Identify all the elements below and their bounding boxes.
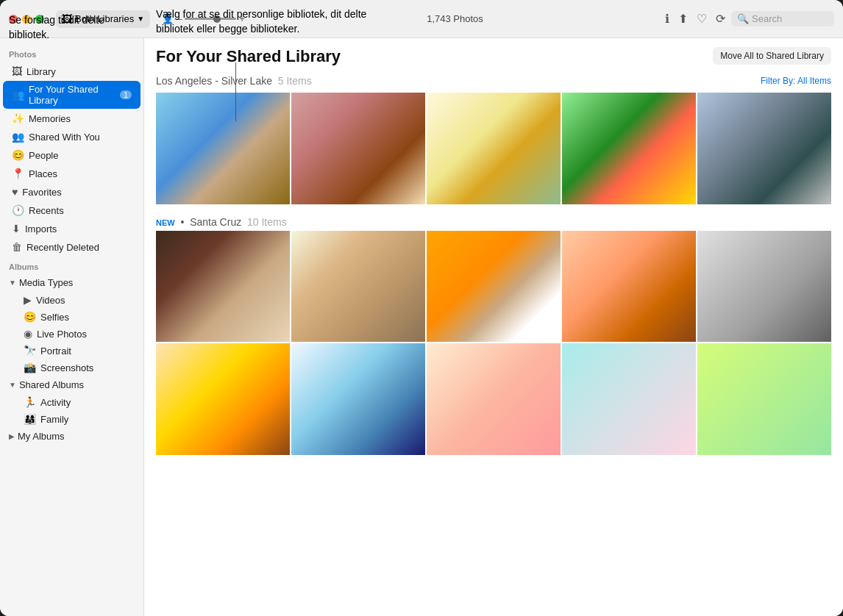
sidebar-item-imports[interactable]: ⬇ Imports — [3, 220, 140, 237]
sidebar-item-favorites[interactable]: ♥ Favorites — [3, 183, 140, 201]
sidebar-item-memories-label: Memories — [29, 113, 71, 124]
photo-cell[interactable] — [427, 231, 561, 343]
traffic-lights — [9, 15, 44, 24]
favorites-icon: ♥ — [12, 186, 18, 198]
search-box[interactable]: 🔍 Search — [731, 11, 834, 26]
photo-grid-section1 — [144, 90, 843, 204]
sidebar-item-activity[interactable]: 🏃 Activity — [3, 394, 140, 410]
albums-section-label: Albums — [0, 257, 143, 274]
library-icon: 🖼 — [12, 65, 22, 77]
photo-cell[interactable] — [156, 93, 290, 204]
chevron-down-icon: ▼ — [9, 279, 16, 287]
sidebar-item-recents-label: Recents — [29, 205, 64, 216]
sidebar-item-places[interactable]: 📍 Places — [3, 165, 140, 182]
sidebar-item-people[interactable]: 😊 People — [3, 146, 140, 164]
heart-icon[interactable]: ♡ — [697, 12, 707, 26]
app-window: 🖼 Both Libraries ▼ 👤 – + 1,743 Photos ℹ … — [0, 0, 843, 616]
move-all-button[interactable]: Move All to Shared Library — [713, 47, 831, 65]
photo-grid-section2-row1 — [144, 231, 843, 343]
content-header: For Your Shared Library Move All to Shar… — [144, 38, 843, 69]
photo-cell[interactable] — [291, 343, 425, 455]
places-icon: 📍 — [12, 168, 24, 179]
photo-cell[interactable] — [156, 343, 290, 455]
section2-header: NEW • Santa Cruz 10 Items — [144, 210, 843, 231]
my-albums-toggle[interactable]: ▶ My Albums — [0, 428, 143, 445]
zoom-minus[interactable]: – — [177, 13, 182, 24]
toolbar-icons: ℹ ⬆ ♡ ⟳ — [665, 12, 725, 26]
sidebar-item-selfies[interactable]: 😊 Selfies — [3, 309, 140, 325]
photo-cell[interactable] — [291, 93, 425, 204]
sidebar-item-recently-deleted-label: Recently Deleted — [26, 242, 99, 253]
screenshots-icon: 📸 — [24, 362, 36, 373]
sidebar-item-recents[interactable]: 🕐 Recents — [3, 201, 140, 219]
content-title: For Your Shared Library — [156, 47, 341, 66]
photo-cell[interactable] — [697, 93, 831, 204]
close-button[interactable] — [9, 15, 18, 24]
filter-by-button[interactable]: Filter By: All Items — [761, 76, 831, 86]
family-icon: 👨‍👩‍👧 — [24, 413, 36, 425]
media-types-label: Media Types — [19, 277, 73, 288]
sidebar-item-selfies-label: Selfies — [40, 312, 69, 323]
shared-albums-toggle[interactable]: ▼ Shared Albums — [0, 376, 143, 393]
library-selector-label: Both Libraries — [75, 13, 134, 24]
photos-section-label: Photos — [0, 44, 143, 62]
sidebar-item-portrait[interactable]: 🔭 Portrait — [3, 343, 140, 359]
videos-icon: ▶ — [24, 294, 32, 306]
sidebar-item-screenshots[interactable]: 📸 Screenshots — [3, 359, 140, 376]
library-icon: 🖼 — [62, 13, 72, 25]
sidebar-item-screenshots-label: Screenshots — [40, 362, 93, 373]
sidebar-item-videos[interactable]: ▶ Videos — [3, 292, 140, 308]
photo-cell[interactable] — [427, 343, 561, 455]
people-icon: 😊 — [12, 149, 24, 161]
photo-cell[interactable] — [156, 231, 290, 343]
trash-icon: 🗑 — [12, 241, 22, 253]
photo-grid-section2-row2 — [144, 343, 843, 461]
rotate-icon[interactable]: ⟳ — [716, 12, 725, 26]
zoom-person-icon: 👤 — [162, 13, 174, 24]
sidebar-item-family-label: Family — [40, 414, 68, 425]
main-layout: Photos 🖼 Library 👥 For Your Shared Libra… — [0, 38, 843, 616]
activity-icon: 🏃 — [24, 396, 36, 408]
share-icon[interactable]: ⬆ — [678, 12, 688, 26]
chevron-down-icon: ▼ — [9, 381, 16, 389]
sidebar-item-for-shared-library[interactable]: 👥 For Your Shared Library 1 — [3, 81, 140, 109]
photo-cell[interactable] — [697, 343, 831, 455]
minimize-button[interactable] — [22, 15, 31, 24]
sidebar-item-shared-label: For Your Shared Library — [29, 84, 115, 106]
sidebar-item-memories[interactable]: ✨ Memories — [3, 110, 140, 127]
imports-icon: ⬇ — [12, 223, 21, 234]
sidebar-item-recently-deleted[interactable]: 🗑 Recently Deleted — [3, 238, 140, 256]
zoom-controls: 👤 – + — [162, 13, 245, 24]
sidebar-item-live-photos[interactable]: ◉ Live Photos — [3, 326, 140, 342]
media-types-toggle[interactable]: ▼ Media Types — [0, 274, 143, 291]
photo-cell[interactable] — [427, 93, 561, 204]
photo-cell[interactable] — [562, 93, 696, 204]
fullscreen-button[interactable] — [35, 15, 44, 24]
content-area: For Your Shared Library Move All to Shar… — [144, 38, 843, 616]
photo-cell[interactable] — [697, 231, 831, 343]
shared-library-icon: 👥 — [12, 89, 24, 101]
photo-cell[interactable] — [562, 343, 696, 455]
sidebar-item-favorites-label: Favorites — [22, 187, 61, 198]
sidebar-item-shared-with-you-label: Shared With You — [29, 132, 100, 143]
section2-location: NEW • Santa Cruz 10 Items — [156, 216, 287, 228]
sidebar-item-library[interactable]: 🖼 Library — [3, 62, 140, 80]
shared-with-you-icon: 👥 — [12, 131, 24, 143]
photo-cell[interactable] — [562, 231, 696, 343]
chevron-down-icon: ▼ — [137, 15, 144, 23]
sidebar-item-family[interactable]: 👨‍👩‍👧 Family — [3, 411, 140, 427]
shared-badge: 1 — [120, 90, 132, 99]
info-icon[interactable]: ℹ — [665, 12, 669, 26]
photo-count: 1,743 Photos — [251, 13, 659, 24]
memories-icon: ✨ — [12, 112, 24, 124]
sidebar-item-videos-label: Videos — [36, 295, 65, 306]
library-selector[interactable]: 🖼 Both Libraries ▼ — [56, 10, 150, 28]
zoom-plus[interactable]: + — [239, 13, 245, 24]
sidebar-item-activity-label: Activity — [40, 397, 71, 408]
shared-albums-label: Shared Albums — [19, 379, 84, 390]
sidebar-item-portrait-label: Portrait — [40, 345, 71, 357]
my-albums-label: My Albums — [18, 431, 65, 442]
sidebar-item-shared-with-you[interactable]: 👥 Shared With You — [3, 128, 140, 146]
photo-cell[interactable] — [291, 231, 425, 343]
zoom-slider[interactable] — [185, 18, 236, 20]
